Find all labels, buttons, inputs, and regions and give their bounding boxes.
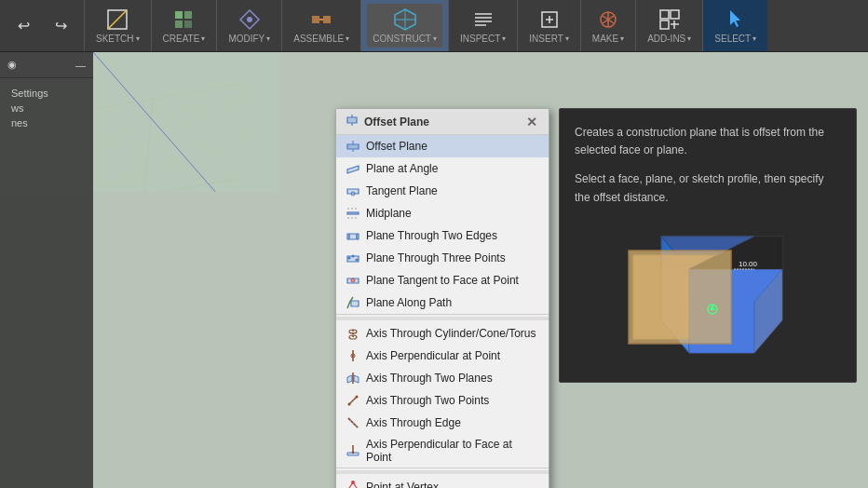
modify-label: MODIFY ▾ <box>228 34 270 44</box>
construct-group: CONSTRUCT ▾ <box>361 0 449 51</box>
sketch-label: SKETCH ▾ <box>96 34 140 44</box>
axis-two-points-icon <box>346 393 360 408</box>
svg-point-44 <box>351 192 355 196</box>
redo-button[interactable]: ↪ <box>43 10 78 42</box>
midplane-item[interactable]: Midplane <box>336 202 549 224</box>
left-panel-header: ◉ — <box>0 52 93 78</box>
svg-rect-45 <box>347 212 359 214</box>
info-description-2: Select a face, plane, or sketch profile,… <box>575 170 841 206</box>
sketch-button[interactable]: SKETCH ▾ <box>90 4 145 47</box>
svg-rect-5 <box>184 20 192 28</box>
axis-two-points-item[interactable]: Axis Through Two Points <box>336 389 549 412</box>
main-toolbar: ↩ ↪ SKETCH ▾ <box>0 0 868 52</box>
svg-marker-94 <box>661 237 782 353</box>
axes-points-separator <box>336 470 549 474</box>
ws-item[interactable]: ws <box>7 101 86 115</box>
assemble-icon <box>309 7 333 32</box>
select-icon <box>724 7 748 32</box>
undo-icon: ↩ <box>11 14 35 38</box>
svg-marker-65 <box>347 375 352 383</box>
left-panel-content: Settings ws nes <box>0 78 93 488</box>
modify-button[interactable]: MODIFY ▾ <box>223 4 276 47</box>
history-group: ↩ ↪ <box>0 0 85 51</box>
axis-edge-item[interactable]: Axis Through Edge <box>336 412 549 434</box>
svg-marker-95 <box>689 237 782 302</box>
offset-plane-header-icon <box>346 114 359 129</box>
select-label: SELECT ▾ <box>714 34 756 44</box>
dropdown-close-button[interactable]: ✕ <box>524 115 539 129</box>
make-group: MAKE ▾ <box>581 0 636 51</box>
make-button[interactable]: MAKE ▾ <box>587 4 630 47</box>
svg-rect-27 <box>660 20 669 29</box>
make-icon <box>596 7 620 32</box>
plane-at-angle-item[interactable]: Plane at Angle <box>336 157 549 180</box>
axis-edge-icon <box>346 415 360 430</box>
svg-marker-91 <box>661 237 782 269</box>
sketch-icon <box>105 7 129 32</box>
svg-point-64 <box>352 355 354 357</box>
plane-three-points-icon <box>346 251 360 265</box>
plane-at-angle-icon <box>346 161 360 176</box>
info-panel: Creates a construction plane that is off… <box>559 108 857 383</box>
inspect-group: INSPECT ▾ <box>449 0 518 51</box>
modify-icon <box>237 7 262 32</box>
plane-tangent-face-icon <box>346 273 360 288</box>
tangent-plane-item[interactable]: Tangent Plane <box>336 180 549 202</box>
svg-marker-42 <box>347 166 359 173</box>
svg-point-7 <box>247 17 252 22</box>
sketch-chevron: ▾ <box>136 34 140 43</box>
select-group: SELECT ▾ <box>703 0 767 51</box>
svg-point-70 <box>356 396 359 399</box>
construct-button[interactable]: CONSTRUCT ▾ <box>367 4 442 47</box>
addins-button[interactable]: ADD-INS ▾ <box>642 4 697 47</box>
planes-axes-separator <box>336 317 549 320</box>
inspect-button[interactable]: INSPECT ▾ <box>454 4 511 47</box>
axis-two-planes-item[interactable]: Axis Through Two Planes <box>336 367 549 389</box>
axes-section: Axis Through Cylinder/Cone/Torus Axis Pe… <box>336 322 549 468</box>
insert-icon <box>537 7 562 32</box>
assemble-button[interactable]: ASSEMBLE ▾ <box>288 4 355 47</box>
info-illustration: 10.00 <box>605 218 810 367</box>
svg-text:10.00: 10.00 <box>739 260 758 268</box>
plane-two-edges-item[interactable]: Plane Through Two Edges <box>336 224 549 247</box>
nes-item[interactable]: nes <box>7 115 86 130</box>
construct-dropdown[interactable]: Offset Plane ✕ Offset Plane <box>335 108 549 488</box>
axis-perp-point-icon <box>346 348 360 363</box>
svg-marker-96 <box>689 237 782 353</box>
left-panel: ◉ — Settings ws nes <box>0 52 93 488</box>
svg-marker-36 <box>347 117 357 123</box>
canvas-area[interactable]: ◉ — Settings ws nes <box>0 52 868 488</box>
dropdown-title: Offset Plane <box>364 115 429 129</box>
plane-tangent-face-item[interactable]: Plane Tangent to Face at Point <box>336 269 549 291</box>
construct-icon <box>393 7 417 32</box>
offset-plane-item[interactable]: Offset Plane <box>336 135 549 157</box>
addins-label: ADD-INS ▾ <box>647 34 691 44</box>
info-description-1: Creates a construction plane that is off… <box>575 124 841 159</box>
create-button[interactable]: CREATE ▾ <box>157 4 211 47</box>
select-button[interactable]: SELECT ▾ <box>709 4 762 47</box>
svg-point-54 <box>356 259 359 262</box>
svg-marker-90 <box>661 237 689 353</box>
svg-point-69 <box>348 403 351 406</box>
settings-item[interactable]: Settings <box>7 86 86 101</box>
axis-two-planes-icon <box>346 371 360 386</box>
svg-marker-97 <box>689 237 782 353</box>
plane-along-path-item[interactable]: Plane Along Path <box>336 291 549 314</box>
sketch-group: SKETCH ▾ <box>85 0 152 51</box>
axis-perp-point-item[interactable]: Axis Perpendicular at Point <box>336 345 549 367</box>
inspect-label: INSPECT ▾ <box>460 34 506 44</box>
svg-point-53 <box>352 255 355 258</box>
point-vertex-item[interactable]: Point at Vertex <box>336 476 549 488</box>
svg-point-57 <box>352 279 354 281</box>
svg-point-102 <box>708 305 717 314</box>
make-label: MAKE ▾ <box>592 34 624 44</box>
axis-perp-face-item[interactable]: Axis Perpendicular to Face at Point <box>336 434 549 468</box>
plane-three-points-item[interactable]: Plane Through Three Points <box>336 247 549 269</box>
axis-cylinder-item[interactable]: Axis Through Cylinder/Cone/Torus <box>336 322 549 345</box>
create-label: CREATE ▾ <box>163 34 206 44</box>
modify-group: MODIFY ▾ <box>217 0 282 51</box>
insert-group: INSERT ▾ <box>518 0 581 51</box>
inspect-icon <box>471 7 495 32</box>
insert-button[interactable]: INSERT ▾ <box>523 4 575 47</box>
undo-button[interactable]: ↩ <box>6 10 41 42</box>
